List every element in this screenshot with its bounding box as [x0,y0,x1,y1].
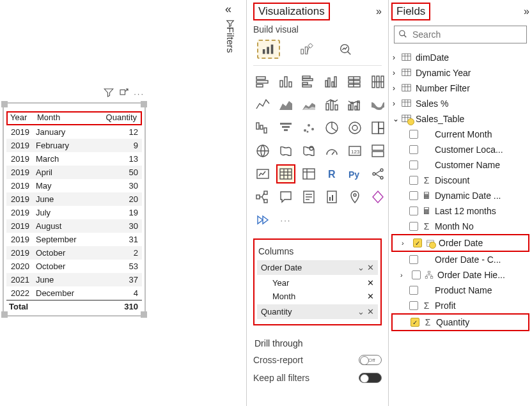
field-order-date[interactable]: ›Order Date [391,234,529,252]
well-order-date[interactable]: Order Date ⌄✕ [257,260,378,275]
viz-multi-row-card-icon[interactable] [368,141,387,160]
table-row[interactable]: 2019April50 [6,166,142,179]
viz-r-visual-icon[interactable]: R [322,164,341,183]
viz-waterfall-icon[interactable] [253,118,272,137]
viz-paginated-report-icon[interactable] [322,187,341,207]
viz-line-clustered-column-icon[interactable] [345,95,364,114]
table-row[interactable]: 2019October2 [6,246,142,260]
viz-key-influencers-icon[interactable] [368,164,387,183]
remove-icon[interactable]: ✕ [367,263,374,272]
field-dynamic-date[interactable]: 🖩Dynamic Date ... [391,188,529,203]
viz-100-stacked-column-icon[interactable] [368,72,387,91]
viz-scatter-icon[interactable] [299,118,318,137]
table-row[interactable]: 2019May30 [6,179,142,192]
checkbox[interactable] [409,222,418,231]
header-month[interactable]: Month [35,113,98,122]
table-row[interactable]: 2022December4 [6,286,142,300]
collapse-chevron-icon[interactable]: « [225,3,231,16]
fields-search[interactable] [394,26,527,43]
viz-clustered-column-icon[interactable] [322,72,341,91]
format-visual-tab[interactable] [295,40,318,59]
field-order-date-hie[interactable]: ›Order Date Hie... [391,267,529,283]
viz-filled-map-icon[interactable] [276,141,295,160]
table-row[interactable]: 2019March13 [6,152,142,166]
search-input[interactable] [411,29,526,40]
viz-pie-icon[interactable] [322,118,341,137]
table-number-filter[interactable]: ›Number Filter [391,81,529,96]
viz-python-visual-icon[interactable]: Py [345,164,364,183]
viz-donut-icon[interactable] [345,118,364,137]
viz-power-automate-icon[interactable] [253,210,272,230]
remove-icon[interactable]: ✕ [367,292,374,301]
build-visual-tab[interactable] [257,40,280,59]
viz-area-icon[interactable] [276,95,295,114]
viz-clustered-bar-icon[interactable] [299,72,318,91]
cross-report-toggle[interactable]: Off [359,355,382,365]
field-month-no[interactable]: ΣMonth No [391,219,529,234]
checkbox[interactable] [409,301,418,310]
viz-azure-map-icon[interactable] [299,141,318,160]
chevron-down-icon[interactable]: ⌄ [357,307,364,316]
chevron-down-icon[interactable]: ⌄ [357,263,364,272]
viz-stacked-area-icon[interactable] [299,95,318,114]
checkbox[interactable] [409,191,418,200]
table-dynamic-year[interactable]: ›Dynamic Year [391,65,529,81]
viz-line-stacked-column-icon[interactable] [322,95,341,114]
table-dimdate[interactable]: ›dimDate [391,50,529,65]
table-row[interactable]: 2019September31 [6,233,142,246]
viz-funnel-icon[interactable] [276,118,295,137]
viz-power-apps-icon[interactable] [368,187,387,207]
checkbox-checked[interactable] [413,238,422,247]
viz-smart-narrative-icon[interactable] [299,187,318,207]
filter-icon[interactable] [103,87,114,100]
focus-mode-icon[interactable] [118,87,130,100]
viz-qa-icon[interactable] [276,187,295,207]
checkbox-checked[interactable] [411,318,419,327]
table-sales-pct[interactable]: ›Sales % [391,96,529,111]
table-row[interactable]: 2019February9 [6,139,142,152]
table-row[interactable]: 2019June20 [6,192,142,206]
viz-stacked-column-icon[interactable] [276,72,295,91]
checkbox[interactable] [409,176,418,185]
viz-table-icon[interactable] [276,164,295,183]
viz-decomposition-tree-icon[interactable] [253,187,272,207]
viz-more-visuals-icon[interactable]: ··· [276,210,295,230]
remove-icon[interactable]: ✕ [367,307,374,316]
table-row[interactable]: 2019January12 [6,125,142,139]
expand-chevron-icon[interactable]: » [524,6,529,17]
well-month[interactable]: Month ✕ [257,290,378,303]
table-row[interactable]: 2019August30 [6,219,142,233]
viz-kpi-icon[interactable] [253,164,272,183]
analytics-tab[interactable] [334,40,357,59]
viz-arcgis-map-icon[interactable] [345,187,364,207]
table-sales-table[interactable]: ⌄Sales_Table [391,111,529,127]
header-year[interactable]: Year [8,113,35,122]
field-customer-name[interactable]: Customer Name [391,157,529,173]
more-options-icon[interactable]: ··· [134,89,145,98]
viz-ribbon-icon[interactable] [368,95,387,114]
checkbox[interactable] [409,286,418,295]
field-product-name[interactable]: Product Name [391,283,529,298]
well-quantity[interactable]: Quantity ⌄✕ [257,304,378,319]
checkbox[interactable] [409,160,418,169]
checkbox[interactable] [412,270,421,279]
viz-gauge-icon[interactable] [322,141,341,160]
checkbox[interactable] [409,145,418,154]
field-profit[interactable]: ΣProfit [391,298,529,313]
checkbox[interactable] [409,130,418,139]
expand-chevron-icon[interactable]: » [376,6,382,17]
field-last-12[interactable]: 🖩Last 12 months [391,203,529,219]
table-row[interactable]: 2019July19 [6,206,142,219]
viz-matrix-icon[interactable] [299,164,318,183]
field-order-date-c[interactable]: Order Date - C... [391,252,529,267]
viz-map-icon[interactable] [253,141,272,160]
viz-stacked-bar-icon[interactable] [253,72,272,91]
remove-icon[interactable]: ✕ [367,278,374,288]
viz-card-icon[interactable]: 123 [345,141,364,160]
checkbox[interactable] [409,255,418,264]
field-current-month[interactable]: Current Month [391,127,529,142]
table-row[interactable]: 2021June37 [6,273,142,286]
well-year[interactable]: Year ✕ [257,276,378,290]
table-visual[interactable]: ··· Year Month Quantity 2019January12201… [3,102,146,316]
field-quantity[interactable]: ΣQuantity [391,313,529,331]
